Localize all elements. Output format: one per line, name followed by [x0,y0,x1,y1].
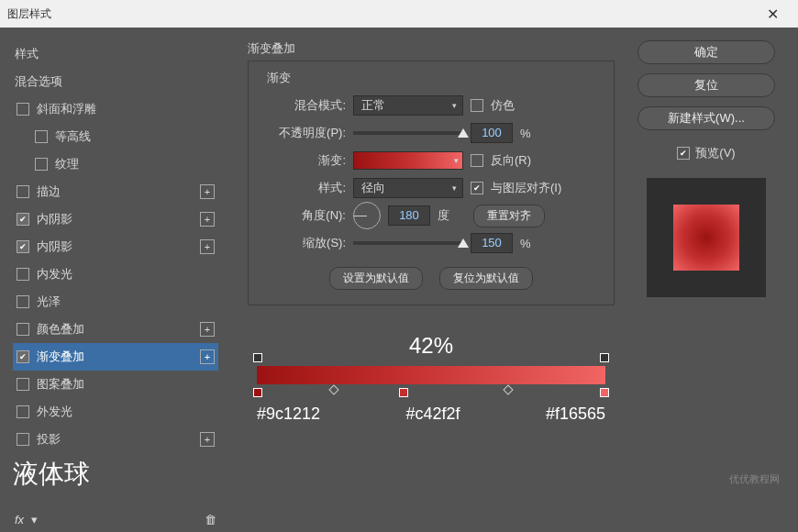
main: 样式 混合选项 斜面和浮雕等高线纹理描边+内阴影+内阴影+内发光光泽颜色叠加+渐… [0,28,798,532]
style-item[interactable]: 图案叠加 [13,371,218,398]
style-item[interactable]: 颜色叠加+ [13,316,218,343]
style-label: 内阴影 [37,211,72,227]
scale-unit: % [520,237,531,250]
style-item[interactable]: 斜面和浮雕 [13,95,218,123]
sidebar-footer: fx ▾ 🗑 [13,507,218,532]
style-label: 渐变叠加 [37,349,84,365]
new-style-button[interactable]: 新建样式(W)... [637,106,775,130]
align-checkbox[interactable] [471,182,483,194]
opacity-stop[interactable] [600,353,609,362]
color-stop[interactable] [253,388,262,397]
preview-checkbox[interactable] [677,147,690,160]
style-item[interactable]: 内发光 [13,260,218,288]
color-stop[interactable] [600,388,609,397]
style-checkbox[interactable] [17,185,29,198]
opacity-label: 不透明度(P): [261,125,346,141]
gradient-bar[interactable] [257,366,605,384]
style-checkbox[interactable] [17,405,29,418]
color-stop[interactable] [399,388,408,397]
blend-options-header[interactable]: 混合选项 [13,68,218,95]
style-label: 投影 [37,431,61,448]
chevron-down-icon: ▾ [452,183,457,193]
style-item[interactable]: 内阴影+ [13,233,218,260]
add-effect-icon[interactable]: + [200,322,215,337]
section-title: 渐变叠加 [248,40,615,57]
opacity-slider[interactable] [353,131,463,135]
style-label: 样式: [261,180,346,196]
style-label: 图案叠加 [37,376,84,393]
scale-label: 缩放(S): [261,235,346,251]
gradient-fieldset: 渐变 混合模式: 正常▾ 仿色 不透明度(P): 100 % 渐变: ▾ 反向(… [248,61,615,305]
style-checkbox[interactable] [17,103,29,116]
blend-mode-select[interactable]: 正常▾ [353,95,463,116]
chevron-down-icon[interactable]: ▾ [31,513,38,526]
style-item[interactable]: 等高线 [13,123,218,150]
reverse-checkbox[interactable] [471,154,483,167]
opacity-input[interactable]: 100 [471,123,513,143]
style-item[interactable]: 光泽 [13,288,218,316]
style-checkbox[interactable] [17,213,29,226]
angle-dial[interactable] [353,202,381,229]
scale-slider[interactable] [353,241,463,245]
style-label: 等高线 [55,128,91,145]
preview-label: 预览(V) [695,145,735,161]
style-checkbox[interactable] [35,130,48,143]
styles-header[interactable]: 样式 [13,40,218,68]
style-label: 描边 [37,183,61,200]
ok-button[interactable]: 确定 [637,40,775,64]
reset-align-button[interactable]: 重置对齐 [473,205,545,227]
style-checkbox[interactable] [35,158,48,171]
style-label: 颜色叠加 [37,321,84,338]
align-label: 与图层对齐(I) [491,180,561,196]
midpoint-label: 42% [257,333,605,359]
right-column: 确定 复位 新建样式(W)... 预览(V) [631,28,798,532]
style-item[interactable]: 描边+ [13,178,218,205]
trash-icon[interactable]: 🗑 [205,513,216,526]
style-checkbox[interactable] [17,268,29,281]
style-checkbox[interactable] [17,323,29,336]
style-label: 内阴影 [37,238,72,255]
style-item[interactable]: 内阴影+ [13,205,218,233]
gradient-picker[interactable]: ▾ [353,151,463,170]
close-icon[interactable]: ✕ [754,0,791,28]
set-default-button[interactable]: 设置为默认值 [329,267,423,290]
content-panel: 渐变叠加 渐变 混合模式: 正常▾ 仿色 不透明度(P): 100 % 渐变: … [231,28,631,532]
style-label: 光泽 [37,294,61,310]
style-checkbox[interactable] [17,433,29,446]
style-checkbox[interactable] [17,240,29,253]
scale-input[interactable]: 150 [471,233,513,253]
style-item[interactable]: 渐变叠加+ [13,343,218,371]
angle-unit: 度 [438,207,449,224]
watermark: 优优教程网 [729,472,780,486]
chevron-down-icon: ▾ [452,101,457,110]
add-effect-icon[interactable]: + [200,212,215,227]
reverse-label: 反向(R) [491,152,531,169]
style-item[interactable]: 外发光 [13,398,218,426]
add-effect-icon[interactable]: + [200,184,215,199]
style-checkbox[interactable] [17,295,29,308]
angle-label: 角度(N): [261,207,346,224]
opacity-unit: % [520,127,531,140]
style-item[interactable]: 投影+ [13,426,218,453]
color-hex-1: #9c1212 [257,405,320,424]
chevron-down-icon: ▾ [454,156,459,165]
cancel-button[interactable]: 复位 [637,73,775,97]
gradient-label: 渐变: [261,152,346,169]
add-effect-icon[interactable]: + [200,349,215,364]
dither-label: 仿色 [491,97,515,114]
add-effect-icon[interactable]: + [200,239,215,254]
dither-checkbox[interactable] [471,99,483,112]
midpoint-handle[interactable] [328,384,338,394]
style-checkbox[interactable] [17,350,29,363]
style-checkbox[interactable] [17,378,29,391]
style-item[interactable]: 纹理 [13,150,218,178]
style-select[interactable]: 径向▾ [353,178,463,198]
reset-default-button[interactable]: 复位为默认值 [439,267,533,290]
fx-icon[interactable]: fx [15,513,24,526]
angle-input[interactable]: 180 [388,205,430,226]
style-label: 外发光 [37,404,72,420]
midpoint-handle[interactable] [503,384,513,394]
add-effect-icon[interactable]: + [200,432,215,447]
opacity-stop[interactable] [253,353,262,362]
window-title: 图层样式 [7,6,51,22]
